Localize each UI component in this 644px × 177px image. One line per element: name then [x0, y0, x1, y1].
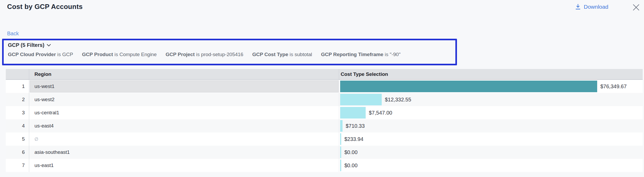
region-cell[interactable]: asia-southeast1: [29, 146, 339, 159]
cost-bar: [340, 81, 597, 92]
cost-cell[interactable]: $0.00: [339, 146, 643, 159]
table-row: 5 ∅ $233.94: [6, 132, 643, 146]
table-row: 4 us-east4 $710.33: [6, 119, 643, 132]
download-label: Download: [584, 4, 608, 10]
row-number: 6: [22, 149, 25, 155]
region-column-label: Region: [34, 71, 51, 77]
region-label: us-east1: [34, 163, 54, 168]
cost-value: $233.94: [344, 136, 363, 142]
back-link[interactable]: Back: [7, 31, 19, 37]
cost-data-grid: Region Cost Type Selection 1 us-west1 $7…: [6, 69, 643, 172]
row-number-cell: 5: [6, 132, 29, 146]
download-icon: [575, 4, 581, 10]
header-region-column[interactable]: Region: [29, 69, 339, 79]
region-cell[interactable]: us-west2: [29, 93, 339, 106]
cost-value: $7,547.00: [369, 110, 392, 116]
close-button[interactable]: [632, 3, 640, 12]
cost-cell[interactable]: $76,349.67: [339, 80, 643, 93]
cost-bar: [340, 160, 341, 171]
row-number-cell: 7: [6, 159, 29, 172]
chevron-down-icon: [47, 44, 51, 47]
row-number: 3: [22, 110, 25, 116]
header-cost-column[interactable]: Cost Type Selection: [339, 69, 643, 79]
row-number: 5: [22, 136, 25, 142]
region-cell[interactable]: us-west1: [29, 80, 339, 93]
region-cell[interactable]: us-central1: [29, 106, 339, 119]
row-number-cell: 3: [6, 106, 29, 119]
close-icon: [633, 4, 640, 11]
cost-cell[interactable]: $233.94: [339, 132, 643, 146]
cost-cell[interactable]: $710.33: [339, 119, 643, 132]
table-row: 1 us-west1 $76,349.67: [6, 80, 643, 93]
row-number-cell: 4: [6, 119, 29, 132]
row-number-cell: 1: [6, 80, 29, 93]
cost-bar: [340, 133, 341, 145]
row-number-cell: 2: [6, 93, 29, 106]
row-number-cell: 6: [6, 146, 29, 159]
table-row: 7 us-east1 $0.00: [6, 159, 643, 172]
cost-value: $0.00: [344, 149, 358, 155]
cost-cell[interactable]: $7,547.00: [339, 106, 643, 119]
filter-item: GCP Product is Compute Engine: [82, 52, 157, 57]
cost-value: $76,349.67: [600, 83, 627, 90]
region-label: ∅: [34, 136, 38, 142]
region-cell[interactable]: us-east4: [29, 119, 339, 132]
region-label: asia-southeast1: [34, 149, 70, 155]
region-label: us-west2: [34, 97, 54, 102]
region-label: us-east4: [34, 123, 54, 129]
table-body: 1 us-west1 $76,349.67 2 us-west2 $12,332…: [6, 80, 643, 172]
region-cell[interactable]: us-east1: [29, 159, 339, 172]
filter-item: GCP Cost Type is subtotal: [252, 52, 312, 57]
filters-annotation-box: GCP (5 Filters) GCP Cloud Provider is GC…: [2, 39, 457, 65]
cost-column-label: Cost Type Selection: [341, 71, 388, 77]
grid-header-row: Region Cost Type Selection: [6, 69, 643, 80]
filter-item: GCP Cloud Provider is GCP: [8, 52, 73, 57]
row-number: 1: [22, 83, 25, 89]
row-number: 7: [22, 163, 25, 168]
row-number: 2: [22, 97, 25, 102]
filters-summary-label: GCP (5 Filters): [8, 42, 44, 48]
filter-item: GCP Project is prod-setup-205416: [166, 52, 243, 57]
cost-bar: [340, 94, 382, 105]
header-row-number-column: [6, 69, 29, 79]
cost-cell[interactable]: $12,332.55: [339, 93, 643, 106]
filter-item: GCP Reporting Timeframe is "-90": [321, 52, 400, 57]
cost-bar: [340, 120, 343, 132]
cost-bar: [340, 146, 341, 158]
region-label: us-central1: [34, 110, 59, 116]
table-row: 2 us-west2 $12,332.55: [6, 93, 643, 106]
filter-items-row: GCP Cloud Provider is GCPGCP Product is …: [8, 52, 451, 57]
table-row: 3 us-central1 $7,547.00: [6, 106, 643, 119]
filters-dropdown[interactable]: GCP (5 Filters): [8, 42, 51, 48]
row-number: 4: [22, 123, 25, 129]
region-cell[interactable]: ∅: [29, 132, 339, 146]
cost-value: $12,332.55: [385, 97, 411, 103]
page-title: Cost by GCP Accounts: [7, 3, 83, 11]
cost-bar: [340, 107, 366, 119]
region-label: us-west1: [34, 83, 54, 89]
download-button[interactable]: Download: [575, 4, 608, 10]
cost-cell[interactable]: $0.00: [339, 159, 643, 172]
cost-value: $0.00: [344, 163, 358, 169]
cost-value: $710.33: [346, 123, 365, 129]
table-row: 6 asia-southeast1 $0.00: [6, 146, 643, 159]
